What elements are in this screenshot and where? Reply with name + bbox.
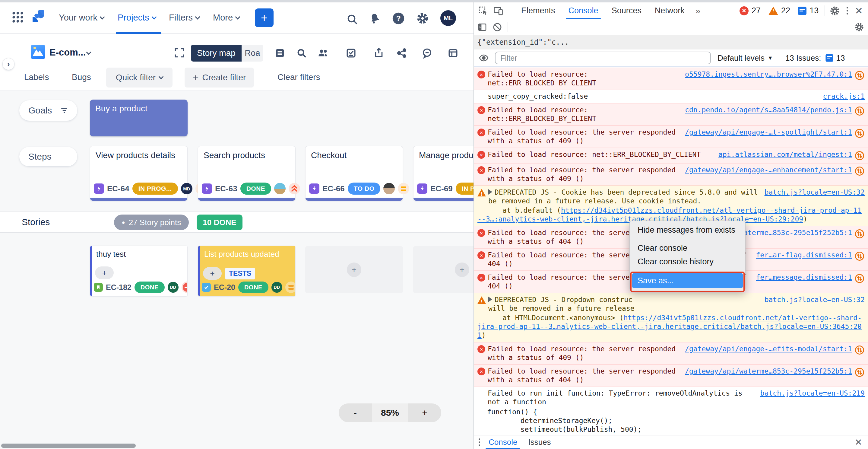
expand-arrow-icon[interactable] — [488, 297, 492, 302]
app-switcher-icon[interactable] — [11, 10, 25, 24]
view-tab-story-map[interactable]: Story map — [191, 44, 242, 62]
create-button[interactable]: + — [255, 8, 274, 27]
status-badge[interactable]: DONE — [238, 281, 269, 293]
story-card[interactable]: thuy test + EC-182 DONE DD — [90, 246, 188, 296]
drawer-menu-icon[interactable] — [478, 439, 480, 446]
console-source-link[interactable]: /gateway/api/engage-…enhancement/start:1 — [685, 166, 852, 174]
board-search-icon[interactable] — [296, 48, 307, 59]
devtools-settings-icon[interactable] — [830, 6, 840, 16]
console-source-link[interactable]: fer…message.dismissed:1 — [756, 273, 852, 282]
people-icon[interactable] — [317, 48, 329, 59]
fullscreen-icon[interactable] — [174, 47, 185, 59]
console-source-link[interactable]: /gateway/api/waterme…853c-295e15f252b5:1 — [685, 367, 852, 376]
settings-gear-icon[interactable] — [416, 12, 429, 25]
filter-link-labels[interactable]: Labels — [24, 72, 49, 82]
console-source-link[interactable]: api.atlassian.com/metal/ingest:1 — [718, 150, 852, 159]
board-check-icon[interactable] — [346, 48, 356, 59]
status-badge[interactable]: IN PROG... — [132, 183, 178, 194]
export-icon[interactable] — [373, 47, 384, 58]
status-badge[interactable]: IN PROG... — [456, 183, 473, 194]
console-source-link[interactable]: cdn.pendo.io/agent/s…8aa54814/pendo.js:1 — [685, 106, 852, 114]
panel-card-icon[interactable] — [447, 48, 459, 59]
quick-filter-button[interactable]: Quick filter — [106, 68, 173, 88]
zoom-out-button[interactable]: - — [339, 403, 372, 422]
console-source-link[interactable]: batch.js?locale=en-US:32 — [765, 295, 865, 304]
devtools-menu-icon[interactable] — [846, 7, 848, 14]
console-source-link[interactable]: /gateway/api/engage-…efits-modal/start:1 — [685, 345, 852, 353]
steps-row-header[interactable]: Steps — [19, 147, 77, 166]
drawer-close-icon[interactable]: ✕ — [855, 437, 862, 448]
step-card[interactable]: Checkout EC-66 TO DO — [305, 146, 403, 201]
blocked-request-icon[interactable] — [855, 251, 865, 261]
console-source-link[interactable]: fer…ar-flag.dismissed:1 — [756, 251, 852, 260]
jira-logo-icon[interactable] — [31, 9, 45, 24]
console-settings-gear-icon[interactable] — [855, 22, 864, 32]
tab-sources[interactable]: Sources — [612, 6, 642, 16]
view-tab-roadmap[interactable]: Roa — [242, 44, 263, 62]
blocked-request-icon[interactable] — [855, 151, 865, 161]
expand-sidebar-button[interactable]: › — [2, 58, 14, 70]
log-levels-dropdown[interactable]: Default levels ▼ — [717, 53, 773, 63]
device-toolbar-icon[interactable] — [493, 6, 503, 16]
blocked-request-icon[interactable] — [855, 367, 865, 378]
blocked-request-icon[interactable] — [855, 166, 865, 176]
blocked-request-icon[interactable] — [855, 345, 865, 355]
label-chip[interactable]: TESTS — [225, 268, 255, 279]
live-expression-eye-icon[interactable] — [478, 53, 489, 63]
console-source-link[interactable]: batch.js?locale=en-US:219 — [760, 389, 865, 398]
tab-network[interactable]: Network — [655, 6, 685, 16]
blocked-request-icon[interactable] — [855, 70, 865, 81]
inspect-element-icon[interactable] — [478, 6, 488, 16]
add-field-button[interactable]: + — [95, 266, 114, 279]
add-story-button[interactable]: + — [347, 263, 361, 277]
blocked-request-icon[interactable] — [855, 273, 865, 283]
console-source-link[interactable]: o55978.ingest.sentry….browser%2F7.47.0:1 — [685, 70, 852, 79]
user-avatar[interactable]: ML — [440, 10, 456, 26]
menu-item-save-as[interactable]: Save as... — [632, 273, 743, 288]
goals-row-header[interactable]: Goals — [19, 100, 77, 121]
step-card[interactable]: Search products EC-63 DONE — [198, 146, 296, 201]
nav-your-work[interactable]: Your work — [59, 13, 104, 23]
drawer-tab-issues[interactable]: Issues — [528, 438, 551, 447]
issues-label[interactable]: 13 Issues: — [785, 53, 821, 63]
expand-arrow-icon[interactable] — [488, 189, 492, 194]
project-chevron-down-icon[interactable] — [87, 51, 91, 56]
blocked-request-icon[interactable] — [855, 106, 865, 116]
step-card[interactable]: Manage products EC-69 IN PROG... — [413, 146, 473, 201]
step-card[interactable]: View products details EC-64 IN PROG... M… — [90, 146, 188, 201]
console-source-link[interactable]: /gateway/api/engage-…t-spotlight/start:1 — [685, 128, 852, 137]
blocked-request-icon[interactable] — [855, 128, 865, 139]
live-expression-bar[interactable]: {"extension_id":"c... — [474, 35, 868, 50]
console-source-link[interactable]: crack.js:1 — [823, 92, 865, 101]
assignee-avatar[interactable] — [274, 183, 286, 194]
console-source-link[interactable]: batch.js?locale=en-US:32 — [765, 188, 865, 197]
create-filter-button[interactable]: + Create filter — [185, 68, 254, 88]
goal-card[interactable]: Buy a product — [90, 99, 188, 137]
menu-item-hide-messages[interactable]: Hide messages from exists — [630, 223, 745, 237]
drawer-tab-console[interactable]: Console — [489, 438, 517, 447]
console-sidebar-icon[interactable] — [477, 22, 487, 32]
status-badge[interactable]: DONE — [134, 281, 165, 293]
error-count-icon[interactable]: ✕ — [740, 6, 749, 16]
add-field-button[interactable]: + — [203, 267, 222, 280]
tab-elements[interactable]: Elements — [521, 6, 555, 16]
devtools-close-icon[interactable]: ✕ — [855, 5, 863, 17]
filter-link-bugs[interactable]: Bugs — [72, 72, 91, 82]
project-avatar[interactable] — [31, 44, 45, 59]
feedback-icon[interactable] — [422, 48, 433, 59]
empty-story-slot[interactable]: + — [413, 246, 473, 293]
story-card[interactable]: List products updated + TESTS EC-20 DONE… — [198, 246, 296, 296]
assignee-avatar[interactable] — [383, 183, 395, 194]
assignee-avatar[interactable]: DD — [272, 282, 282, 293]
tab-console[interactable]: Console — [568, 6, 598, 16]
notifications-bell-icon[interactable] — [369, 12, 381, 25]
status-badge[interactable]: TO DO — [348, 183, 381, 194]
console-filter-input[interactable] — [495, 52, 711, 64]
status-badge[interactable]: DONE — [240, 183, 272, 194]
more-tabs-button[interactable]: » — [695, 6, 701, 16]
nav-filters[interactable]: Filters — [169, 13, 199, 23]
share-icon[interactable] — [396, 48, 407, 59]
nav-more[interactable]: More — [213, 13, 240, 23]
menu-item-clear-console[interactable]: Clear console — [630, 241, 745, 255]
horizontal-scrollbar[interactable] — [1, 444, 136, 448]
